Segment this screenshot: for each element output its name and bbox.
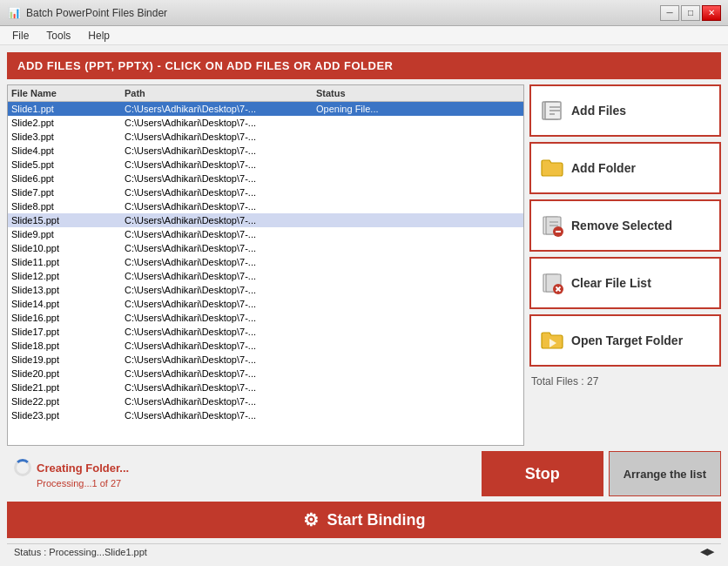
cell-status <box>313 136 523 138</box>
table-row[interactable]: Slide4.ppt C:\Users\Adhikari\Desktop\7-.… <box>8 144 523 158</box>
title-bar: 📊 Batch PowerPoint Files Binder ─ □ ✕ <box>0 0 728 26</box>
table-row[interactable]: Slide7.ppt C:\Users\Adhikari\Desktop\7-.… <box>8 185 523 199</box>
table-row[interactable]: Slide15.ppt C:\Users\Adhikari\Desktop\7-… <box>8 213 523 227</box>
table-row[interactable]: Slide19.ppt C:\Users\Adhikari\Desktop\7-… <box>8 353 523 367</box>
cell-path: C:\Users\Adhikari\Desktop\7-... <box>121 158 313 171</box>
app-icon: 📊 <box>7 6 21 20</box>
cell-path: C:\Users\Adhikari\Desktop\7-... <box>121 326 313 338</box>
cell-status <box>313 359 523 360</box>
table-row[interactable]: Slide11.ppt C:\Users\Adhikari\Desktop\7-… <box>8 255 523 269</box>
cell-path: C:\Users\Adhikari\Desktop\7-... <box>121 242 313 254</box>
cell-filename: Slide4.ppt <box>8 145 121 157</box>
cell-status <box>313 261 523 263</box>
col-header-status: Status <box>313 88 523 98</box>
cell-filename: Slide1.ppt <box>8 103 121 115</box>
file-list[interactable]: Slide1.ppt C:\Users\Adhikari\Desktop\7-.… <box>8 102 523 445</box>
menu-help[interactable]: Help <box>79 28 118 44</box>
table-row[interactable]: Slide10.ppt C:\Users\Adhikari\Desktop\7-… <box>8 241 523 255</box>
window-controls: ─ □ ✕ <box>660 5 721 21</box>
col-header-path: Path <box>121 88 313 98</box>
cell-path: C:\Users\Adhikari\Desktop\7-... <box>121 395 313 408</box>
cell-path: C:\Users\Adhikari\Desktop\7-... <box>121 117 313 129</box>
cell-status <box>313 178 523 179</box>
cell-status <box>313 303 523 305</box>
start-binding-bar[interactable]: ⚙ Start Binding <box>7 502 721 538</box>
start-binding-label: Start Binding <box>327 511 426 529</box>
cell-status <box>313 317 523 319</box>
add-files-button[interactable]: Add Files <box>529 84 721 137</box>
table-row[interactable]: Slide3.ppt C:\Users\Adhikari\Desktop\7-.… <box>8 130 523 144</box>
table-row[interactable]: Slide12.ppt C:\Users\Adhikari\Desktop\7-… <box>8 269 523 283</box>
cell-filename: Slide22.ppt <box>8 395 121 408</box>
cell-filename: Slide17.ppt <box>8 326 121 338</box>
table-row[interactable]: Slide23.ppt C:\Users\Adhikari\Desktop\7-… <box>8 408 523 422</box>
cell-filename: Slide14.ppt <box>8 298 121 310</box>
file-list-container: File Name Path Status Slide1.ppt C:\User… <box>7 84 524 446</box>
col-header-name: File Name <box>8 88 121 98</box>
table-row[interactable]: Slide22.ppt C:\Users\Adhikari\Desktop\7-… <box>8 394 523 408</box>
cell-status <box>313 401 523 402</box>
cell-filename: Slide21.ppt <box>8 381 121 394</box>
table-row[interactable]: Slide21.ppt C:\Users\Adhikari\Desktop\7-… <box>8 381 523 394</box>
status-text: Status : Processing...Slide1.ppt <box>14 547 147 557</box>
cell-path: C:\Users\Adhikari\Desktop\7-... <box>121 256 313 268</box>
table-row[interactable]: Slide8.ppt C:\Users\Adhikari\Desktop\7-.… <box>8 199 523 213</box>
file-list-header: File Name Path Status <box>8 85 523 102</box>
cell-status <box>313 164 523 165</box>
cell-path: C:\Users\Adhikari\Desktop\7-... <box>121 145 313 157</box>
table-row[interactable]: Slide16.ppt C:\Users\Adhikari\Desktop\7-… <box>8 311 523 325</box>
add-files-icon <box>540 98 564 123</box>
cell-filename: Slide16.ppt <box>8 312 121 324</box>
clear-file-list-label: Clear File List <box>571 276 651 290</box>
stop-button[interactable]: Stop <box>482 451 603 496</box>
creating-folder-label: Creating Folder... <box>37 462 129 475</box>
cell-path: C:\Users\Adhikari\Desktop\7-... <box>121 340 313 352</box>
table-row[interactable]: Slide6.ppt C:\Users\Adhikari\Desktop\7-.… <box>8 172 523 185</box>
cell-status <box>313 192 523 193</box>
cell-path: C:\Users\Adhikari\Desktop\7-... <box>121 298 313 310</box>
table-row[interactable]: Slide20.ppt C:\Users\Adhikari\Desktop\7-… <box>8 367 523 381</box>
maximize-button[interactable]: □ <box>681 5 700 21</box>
table-row[interactable]: Slide5.ppt C:\Users\Adhikari\Desktop\7-.… <box>8 158 523 172</box>
table-row[interactable]: Slide14.ppt C:\Users\Adhikari\Desktop\7-… <box>8 297 523 311</box>
cell-status <box>313 275 523 277</box>
spinner-icon <box>14 459 31 476</box>
cell-filename: Slide15.ppt <box>8 214 121 226</box>
cell-path: C:\Users\Adhikari\Desktop\7-... <box>121 186 313 199</box>
bottom-controls: Creating Folder... Processing...1 of 27 … <box>7 451 721 496</box>
cell-path: C:\Users\Adhikari\Desktop\7-... <box>121 409 313 421</box>
menu-bar: File Tools Help <box>0 26 728 45</box>
menu-tools[interactable]: Tools <box>37 28 79 44</box>
clear-file-list-button[interactable]: Clear File List <box>529 257 721 309</box>
remove-selected-button[interactable]: Remove Selected <box>529 199 721 252</box>
table-row[interactable]: Slide18.ppt C:\Users\Adhikari\Desktop\7-… <box>8 339 523 353</box>
total-files: Total Files : 27 <box>529 372 721 391</box>
table-row[interactable]: Slide17.ppt C:\Users\Adhikari\Desktop\7-… <box>8 325 523 339</box>
arrange-list-button[interactable]: Arrange the list <box>609 451 721 496</box>
cell-path: C:\Users\Adhikari\Desktop\7-... <box>121 381 313 394</box>
cell-status <box>313 414 523 416</box>
cell-path: C:\Users\Adhikari\Desktop\7-... <box>121 131 313 143</box>
cell-filename: Slide13.ppt <box>8 284 121 296</box>
menu-file[interactable]: File <box>3 28 37 44</box>
content-area: File Name Path Status Slide1.ppt C:\User… <box>7 84 721 446</box>
add-folder-icon <box>540 156 564 180</box>
cell-status <box>313 247 523 249</box>
right-panel: Add Files Add Folder <box>529 84 721 446</box>
table-row[interactable]: Slide9.ppt C:\Users\Adhikari\Desktop\7-.… <box>8 227 523 241</box>
table-row[interactable]: Slide1.ppt C:\Users\Adhikari\Desktop\7-.… <box>8 102 523 116</box>
cell-filename: Slide2.ppt <box>8 117 121 129</box>
close-button[interactable]: ✕ <box>702 5 721 21</box>
cell-filename: Slide7.ppt <box>8 186 121 199</box>
table-row[interactable]: Slide2.ppt C:\Users\Adhikari\Desktop\7-.… <box>8 116 523 130</box>
add-folder-button[interactable]: Add Folder <box>529 142 721 194</box>
cell-filename: Slide11.ppt <box>8 256 121 268</box>
open-target-folder-icon <box>540 328 564 353</box>
cell-filename: Slide9.ppt <box>8 228 121 240</box>
window-title: Batch PowerPoint Files Binder <box>26 7 660 19</box>
cell-filename: Slide20.ppt <box>8 367 121 380</box>
status-bar: Status : Processing...Slide1.ppt ◀▶ <box>7 543 721 559</box>
table-row[interactable]: Slide13.ppt C:\Users\Adhikari\Desktop\7-… <box>8 283 523 297</box>
minimize-button[interactable]: ─ <box>660 5 679 21</box>
open-target-folder-button[interactable]: Open Target Folder <box>529 314 721 367</box>
